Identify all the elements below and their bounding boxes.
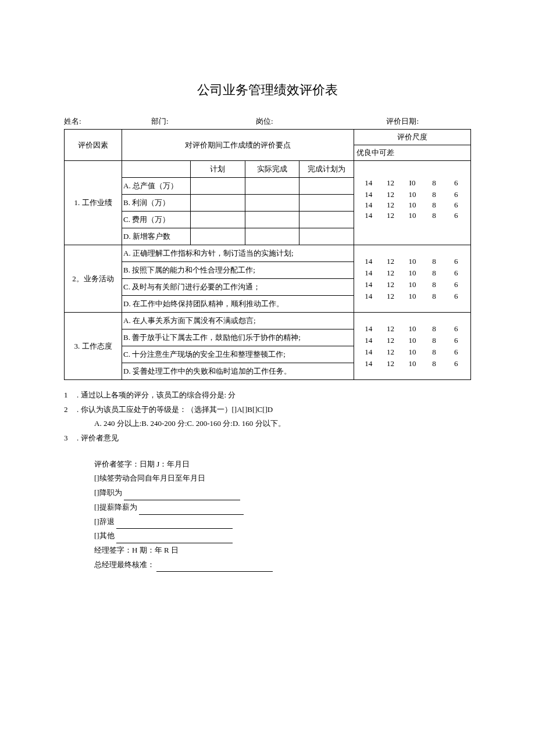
sec3-scores: 14 12 10 8 6 14 12 10 8 6 14 12 10 bbox=[354, 313, 471, 380]
scale-levels: 优良中可差 bbox=[354, 145, 471, 161]
score-val: 14 bbox=[361, 359, 377, 368]
table-cell[interactable] bbox=[299, 212, 354, 228]
table-cell[interactable] bbox=[191, 228, 245, 245]
score-val: 8 bbox=[426, 268, 443, 278]
score-val: 14 bbox=[361, 292, 377, 301]
name-label: 姓名: bbox=[64, 116, 81, 127]
score-val: 14 bbox=[361, 211, 377, 220]
sec1-row-c: C. 费用（万） bbox=[122, 212, 191, 228]
score-val: 8 bbox=[426, 359, 443, 368]
score-val: 10 bbox=[404, 280, 420, 289]
notes-block: 1. 通过以上各项的评分，该员工的综合得分是: 分 2. 你认为该员工应处于的等… bbox=[64, 388, 471, 446]
score-val: 12 bbox=[382, 190, 398, 198]
score-val: 14 bbox=[361, 280, 377, 289]
col-points: 对评价期间工作成绩的评价要点 bbox=[122, 130, 354, 161]
score-val: 12 bbox=[382, 211, 398, 220]
score-row[interactable]: 14 12 10 8 6 bbox=[354, 323, 470, 335]
score-val: 14 bbox=[361, 336, 377, 345]
blank-line[interactable] bbox=[116, 535, 233, 543]
note2: . 你认为该员工应处于的等级是：（选择其一）[]A[]B[]C[]D bbox=[77, 405, 273, 414]
score-row[interactable]: 14 12 10 8 6 bbox=[354, 210, 470, 221]
table-cell[interactable] bbox=[245, 178, 300, 194]
sec2-content: A. 正确理解工作指标和方针，制订适当的实施计划; B. 按照下属的能力和个性合… bbox=[122, 245, 354, 313]
note1: . 通过以上各项的评分，该员工的综合得分是: 分 bbox=[77, 390, 236, 399]
blank-line[interactable] bbox=[156, 563, 273, 572]
score-val: 8 bbox=[426, 324, 443, 334]
score-row[interactable]: 14 12 10 8 6 bbox=[354, 267, 470, 279]
sec1-head-ratio: 完成计划为 bbox=[299, 161, 354, 177]
table-cell[interactable] bbox=[299, 228, 354, 245]
score-val: 12 bbox=[382, 324, 398, 334]
sig-line2: []续签劳动合同自年月日至年月日 bbox=[94, 471, 471, 486]
table-cell[interactable] bbox=[245, 195, 300, 211]
score-row[interactable]: 14 12 10 8 6 bbox=[354, 358, 470, 370]
page-title: 公司业务管理绩效评价表 bbox=[64, 81, 471, 99]
score-row[interactable]: 14 12 10 8 6 bbox=[354, 279, 470, 291]
sec3-content: A. 在人事关系方面下属没有不满或怨言; B. 善于放手让下属去工作，鼓励他们乐… bbox=[122, 313, 354, 380]
sig-line3: []降职为 bbox=[94, 488, 122, 497]
date-label: 评价日期: bbox=[386, 116, 419, 127]
sec1-content: 计划 实际完成 完成计划为 A. 总产值（万） B. 利润（万） bbox=[122, 161, 354, 245]
score-row[interactable]: 14 12 10 8 6 bbox=[354, 189, 470, 199]
blank-line[interactable] bbox=[124, 492, 240, 500]
sig-line6: []其他 bbox=[94, 531, 115, 540]
table-cell[interactable] bbox=[299, 178, 354, 194]
sec3-label: 3. 工作态度 bbox=[65, 313, 122, 380]
table-cell[interactable] bbox=[299, 195, 354, 211]
sec2-row-c: C. 及时与有关部门进行必要的工作沟通； bbox=[122, 279, 354, 296]
score-val: 8 bbox=[426, 178, 443, 188]
score-val: 6 bbox=[448, 292, 464, 301]
score-row[interactable]: 14 12 10 8 6 bbox=[354, 291, 470, 302]
blank-line[interactable] bbox=[139, 506, 244, 515]
table-cell[interactable] bbox=[245, 228, 300, 245]
sec3-row-a: A. 在人事关系方面下属没有不满或怨言; bbox=[122, 313, 354, 329]
score-row[interactable]: 14 12 10 8 6 bbox=[354, 199, 470, 210]
score-row[interactable]: 14 12 I0 8 6 bbox=[354, 177, 470, 189]
score-val: 12 bbox=[382, 257, 398, 266]
score-row[interactable]: 14 12 10 8 6 bbox=[354, 256, 470, 267]
table-cell[interactable] bbox=[245, 212, 300, 228]
form-header-line: 姓名: 部门: 岗位: 评价日期: bbox=[64, 116, 471, 127]
score-val: 12 bbox=[382, 178, 398, 188]
score-val: 12 bbox=[382, 359, 398, 368]
score-val: 12 bbox=[382, 200, 398, 209]
score-val: 10 bbox=[404, 336, 420, 345]
score-row[interactable]: 14 12 10 8 6 bbox=[354, 346, 470, 358]
score-val: 10 bbox=[404, 200, 420, 209]
score-val: 14 bbox=[361, 257, 377, 266]
blank-line[interactable] bbox=[116, 520, 233, 529]
sec2-label: 2。业务活动 bbox=[65, 245, 122, 313]
score-val: 10 bbox=[404, 268, 420, 278]
score-val: 12 bbox=[382, 347, 398, 357]
score-val: 6 bbox=[448, 280, 464, 289]
table-cell[interactable] bbox=[191, 178, 245, 194]
score-val: 6 bbox=[448, 336, 464, 345]
score-row[interactable]: 14 12 10 8 6 bbox=[354, 335, 470, 346]
sec1-row-b: B. 利润（万） bbox=[122, 195, 191, 211]
sig-line8: 总经理最终核准： bbox=[94, 560, 155, 569]
score-val: 10 bbox=[404, 190, 420, 198]
sec1-head-actual: 实际完成 bbox=[245, 161, 300, 177]
score-val: 14 bbox=[361, 324, 377, 334]
dept-label: 部门: bbox=[151, 116, 169, 127]
page: 公司业务管理绩效评价表 姓名: 部门: 岗位: 评价日期: 评价因素 对评价期间… bbox=[0, 0, 535, 756]
table-cell[interactable] bbox=[191, 195, 245, 211]
score-val: 6 bbox=[448, 347, 464, 357]
note3-num: 3 bbox=[64, 431, 77, 446]
sec1-row-d: D. 新增客户数 bbox=[122, 228, 191, 245]
note1-num: 1 bbox=[64, 388, 77, 403]
score-val: 14 bbox=[361, 347, 377, 357]
sig-line7: 经理签字：H 期：年 R 日 bbox=[94, 543, 471, 558]
score-val: 6 bbox=[448, 178, 464, 188]
score-val: 10 bbox=[404, 211, 420, 220]
score-val: 6 bbox=[448, 211, 464, 220]
score-val: 6 bbox=[448, 200, 464, 209]
sig-line5: []辞退 bbox=[94, 517, 115, 526]
col-scale: 评价尺度 bbox=[354, 130, 471, 145]
table-cell[interactable] bbox=[191, 212, 245, 228]
score-val: 14 bbox=[361, 178, 377, 188]
score-val: 10 bbox=[404, 347, 420, 357]
score-val: 6 bbox=[448, 268, 464, 278]
score-val: 10 bbox=[404, 359, 420, 368]
sec3-row-d: D. 妥善处理工作中的失败和临时追加的工作任务。 bbox=[122, 363, 354, 379]
